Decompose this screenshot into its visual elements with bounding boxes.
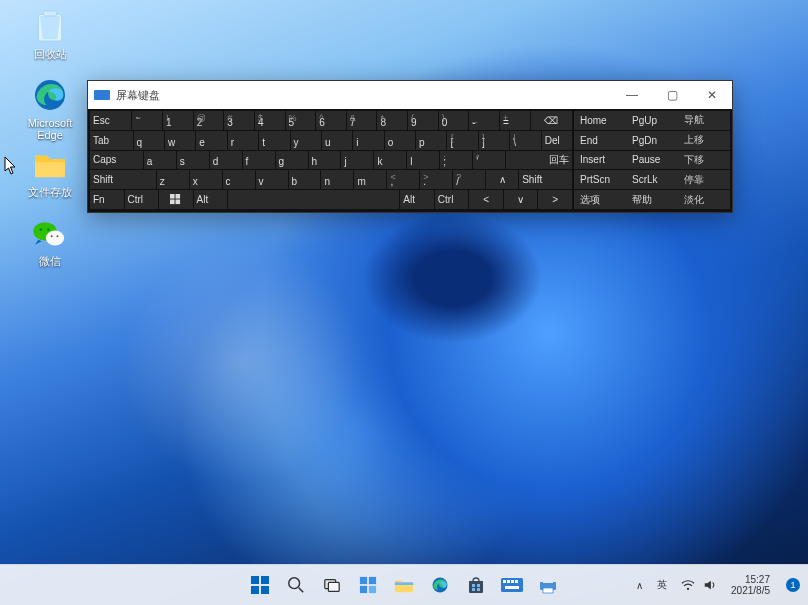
key-rctrl[interactable]: Ctrl: [435, 190, 469, 209]
key-j[interactable]: j: [341, 151, 373, 170]
key-fn[interactable]: Fn: [90, 190, 124, 209]
key-5[interactable]: %5: [286, 111, 316, 130]
key-pgdn[interactable]: PgDn: [626, 131, 678, 150]
key-pause[interactable]: Pause: [626, 151, 678, 170]
key-q[interactable]: q: [134, 131, 164, 150]
key-9[interactable]: (9: [408, 111, 438, 130]
key-a[interactable]: a: [144, 151, 176, 170]
key-z[interactable]: z: [157, 170, 189, 189]
recycle-bin[interactable]: 回收站: [10, 6, 90, 71]
key-m[interactable]: m: [354, 170, 386, 189]
key-right[interactable]: >: [538, 190, 572, 209]
key-backtick[interactable]: ~`: [132, 111, 162, 130]
osk-taskbar-button[interactable]: [497, 570, 527, 600]
key-0[interactable]: )0: [439, 111, 469, 130]
key-up[interactable]: ∧: [486, 170, 518, 189]
key-rbracket[interactable]: }]: [479, 131, 509, 150]
key-rshift[interactable]: Shift: [519, 170, 572, 189]
key-8[interactable]: *8: [377, 111, 407, 130]
key-slash[interactable]: ?/: [453, 170, 485, 189]
key-e[interactable]: e: [196, 131, 226, 150]
ime-indicator[interactable]: 英: [652, 570, 672, 600]
key-v[interactable]: v: [256, 170, 288, 189]
key-i[interactable]: i: [353, 131, 383, 150]
key-7[interactable]: &7: [347, 111, 377, 130]
start-button[interactable]: [245, 570, 275, 600]
key-enter[interactable]: 回车: [506, 151, 572, 170]
key-u[interactable]: u: [322, 131, 352, 150]
key-soft-up[interactable]: 上移: [678, 131, 730, 150]
key-left[interactable]: <: [469, 190, 503, 209]
key-s[interactable]: s: [177, 151, 209, 170]
key-pgup[interactable]: PgUp: [626, 111, 678, 130]
key-caps[interactable]: Caps: [90, 151, 143, 170]
key-win[interactable]: [159, 190, 193, 209]
taskview-button[interactable]: [317, 570, 347, 600]
maximize-button[interactable]: ▢: [652, 81, 692, 109]
key-backspace[interactable]: ⌫: [531, 111, 572, 130]
key-6[interactable]: ^6: [316, 111, 346, 130]
key-del[interactable]: Del: [542, 131, 572, 150]
widgets-button[interactable]: [353, 570, 383, 600]
tray-chevron[interactable]: ∧: [631, 570, 648, 600]
key-r[interactable]: r: [228, 131, 258, 150]
key-lctrl[interactable]: Ctrl: [125, 190, 159, 209]
key-o[interactable]: o: [385, 131, 415, 150]
osk-titlebar[interactable]: 屏幕键盘 — ▢ ✕: [88, 81, 732, 109]
wechat[interactable]: 微信: [10, 213, 90, 278]
key-lbracket[interactable]: {[: [447, 131, 477, 150]
key-quote[interactable]: "': [473, 151, 505, 170]
key-d[interactable]: d: [210, 151, 242, 170]
notifications-button[interactable]: 1: [779, 570, 802, 600]
key-equals[interactable]: +=: [500, 111, 530, 130]
close-button[interactable]: ✕: [692, 81, 732, 109]
minimize-button[interactable]: —: [612, 81, 652, 109]
key-minus[interactable]: _-: [469, 111, 499, 130]
key-p[interactable]: p: [416, 131, 446, 150]
key-soft-fade[interactable]: 淡化: [678, 190, 730, 209]
key-help[interactable]: 帮助: [626, 190, 678, 209]
key-ralt[interactable]: Alt: [400, 190, 434, 209]
explorer-button[interactable]: [389, 570, 419, 600]
key-space[interactable]: [228, 190, 399, 209]
key-c[interactable]: c: [223, 170, 255, 189]
key-soft-nav[interactable]: 导航: [678, 111, 730, 130]
key-insert[interactable]: Insert: [574, 151, 626, 170]
key-period[interactable]: >.: [420, 170, 452, 189]
key-end[interactable]: End: [574, 131, 626, 150]
key-y[interactable]: y: [291, 131, 321, 150]
clock[interactable]: 15:27 2021/8/5: [726, 570, 775, 600]
key-scrlk[interactable]: ScrLk: [626, 170, 678, 189]
key-4[interactable]: $4: [255, 111, 285, 130]
key-soft-down[interactable]: 下移: [678, 151, 730, 170]
key-esc[interactable]: Esc: [90, 111, 131, 130]
key-down[interactable]: ∨: [504, 190, 538, 209]
key-k[interactable]: k: [374, 151, 406, 170]
key-1[interactable]: !1: [163, 111, 193, 130]
key-t[interactable]: t: [259, 131, 289, 150]
key-l[interactable]: l: [407, 151, 439, 170]
key-n[interactable]: n: [321, 170, 353, 189]
key-lshift[interactable]: Shift: [90, 170, 156, 189]
network-sound-cluster[interactable]: [676, 570, 722, 600]
key-f[interactable]: f: [243, 151, 275, 170]
key-soft-dock[interactable]: 停靠: [678, 170, 730, 189]
search-button[interactable]: [281, 570, 311, 600]
fax-taskbar-button[interactable]: [533, 570, 563, 600]
edge-taskbar-button[interactable]: [425, 570, 455, 600]
key-home[interactable]: Home: [574, 111, 626, 130]
key-prtscn[interactable]: PrtScn: [574, 170, 626, 189]
edge-browser[interactable]: Microsoft Edge: [10, 75, 90, 140]
key-w[interactable]: w: [165, 131, 195, 150]
key-backslash[interactable]: |\: [510, 131, 540, 150]
key-x[interactable]: x: [190, 170, 222, 189]
key-options[interactable]: 选项: [574, 190, 626, 209]
key-semicolon[interactable]: :;: [440, 151, 472, 170]
key-3[interactable]: #3: [224, 111, 254, 130]
key-2[interactable]: @2: [194, 111, 224, 130]
key-lalt[interactable]: Alt: [194, 190, 228, 209]
key-g[interactable]: g: [276, 151, 308, 170]
store-button[interactable]: [461, 570, 491, 600]
key-h[interactable]: h: [309, 151, 341, 170]
key-tab[interactable]: Tab: [90, 131, 133, 150]
